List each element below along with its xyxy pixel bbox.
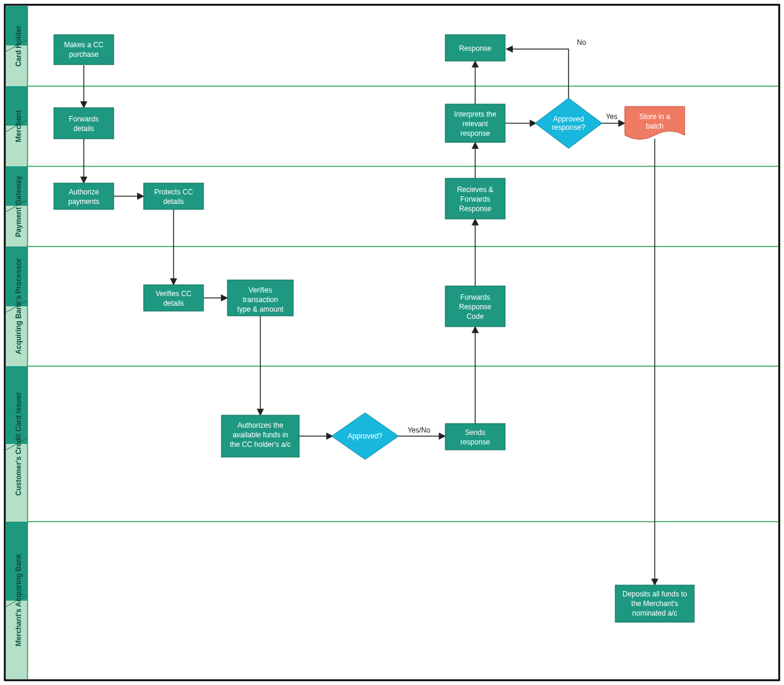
node-interprets: Interprets the relevant response [445, 104, 505, 142]
svg-text:Recieves &: Recieves & [457, 185, 494, 194]
svg-text:Sends: Sends [465, 428, 485, 437]
svg-text:Approved: Approved [553, 115, 584, 123]
node-sends-response: Sends response [445, 424, 505, 450]
lane4-label: Acquiring Bank's Processor [14, 258, 23, 355]
svg-text:Approved?: Approved? [348, 432, 382, 440]
svg-text:details: details [163, 197, 184, 206]
node-receives-forwards: Recieves & Forwards Response [445, 178, 505, 219]
svg-text:available funds in: available funds in [233, 431, 288, 439]
svg-text:Forwards: Forwards [460, 293, 490, 302]
lane-dividers [28, 86, 778, 522]
node-forwards-response-code: Forwards Response Code [445, 286, 505, 327]
svg-text:details: details [163, 299, 184, 308]
svg-text:Response: Response [459, 44, 491, 53]
svg-text:Interprets the: Interprets the [454, 110, 497, 118]
diagram-border [5, 5, 779, 680]
svg-text:transaction: transaction [243, 296, 278, 304]
edge-approvedresp-yes-label: Yes [606, 112, 618, 121]
lane6-label: Merchant's Acquiring Bank [14, 553, 23, 646]
node-response: Response [445, 35, 505, 61]
node-approved: Approved? [332, 413, 399, 459]
edge-approved-sends-label: Yes/No [408, 426, 431, 434]
lane5-label: Customer's Credit Card issuer [14, 392, 23, 495]
svg-text:details: details [74, 124, 95, 133]
svg-text:Authorizes the: Authorizes the [238, 421, 284, 430]
svg-text:response: response [460, 438, 490, 446]
node-forwards-details: Forwards details [54, 108, 114, 139]
edge-approvedresp-no-label: No [577, 38, 587, 47]
lane3-label: Payment Gateway [14, 175, 23, 237]
svg-text:relevant: relevant [463, 120, 488, 128]
svg-text:Protects CC: Protects CC [154, 188, 193, 196]
svg-text:type & amount: type & amount [237, 305, 284, 313]
edge-labels: Yes/No Yes No [408, 38, 618, 434]
node-store-batch: Store in a batch [625, 106, 685, 139]
swimlane-diagram: Card Holder Merchant Payment Gateway Acq… [0, 0, 784, 685]
svg-text:the Merchant's: the Merchant's [631, 599, 678, 608]
svg-text:purchase: purchase [69, 50, 99, 59]
svg-text:Response: Response [459, 303, 491, 311]
node-verifies-txn: Verifies transaction type & amount [227, 280, 293, 316]
svg-text:the CC holder's a/c: the CC holder's a/c [230, 440, 291, 449]
node-protects-cc: Protects CC details [144, 183, 203, 209]
svg-text:Response: Response [459, 205, 491, 213]
node-deposits: Deposits all funds to the Merchant's nom… [615, 585, 694, 622]
svg-text:payments: payments [68, 197, 99, 206]
svg-text:response?: response? [552, 123, 585, 132]
svg-text:Store in a: Store in a [639, 112, 670, 121]
svg-text:batch: batch [646, 122, 663, 130]
svg-text:Authorize: Authorize [69, 188, 99, 196]
svg-text:nominated a/c: nominated a/c [632, 609, 677, 617]
node-approved-response: Approved response? [535, 98, 602, 148]
svg-text:Deposits all funds to: Deposits all funds to [622, 590, 687, 598]
svg-text:Makes a CC: Makes a CC [64, 41, 104, 49]
svg-text:Code: Code [467, 312, 484, 321]
svg-text:Verifies CC: Verifies CC [156, 290, 192, 298]
nodes: Makes a CC purchase Response Forwards de… [54, 35, 694, 622]
svg-rect-23 [54, 35, 114, 65]
node-authorize-payments: Authorize payments [54, 183, 114, 209]
svg-text:Forwards: Forwards [460, 195, 490, 203]
svg-text:Verifies: Verifies [248, 286, 272, 294]
node-verifies-cc: Verifies CC details [144, 285, 203, 311]
svg-text:Forwards: Forwards [69, 115, 99, 123]
lane2-label: Merchant [14, 110, 23, 142]
node-authorizes-funds: Authorizes the available funds in the CC… [221, 415, 299, 457]
lane1-label: Card Holder [14, 25, 23, 66]
node-makes-cc: Makes a CC purchase [54, 35, 114, 65]
svg-text:response: response [460, 129, 490, 138]
